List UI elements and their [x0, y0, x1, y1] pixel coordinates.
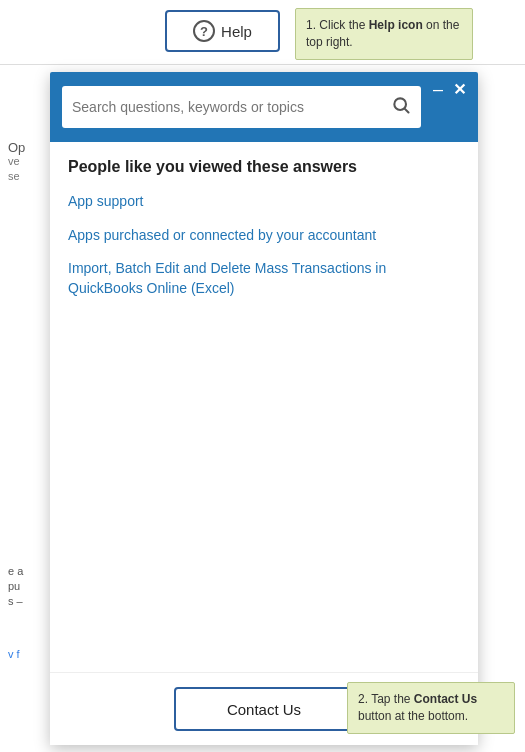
bg-link-vf: v f	[8, 648, 20, 660]
bg-text-s: s –	[8, 595, 23, 607]
svg-line-1	[405, 108, 409, 112]
tooltip-2-text: 2. Tap the Contact Us button at the bott…	[358, 692, 477, 723]
popup-header: – ✕	[50, 72, 478, 142]
tooltip-2: 2. Tap the Contact Us button at the bott…	[347, 682, 515, 734]
bg-text-op: Op	[8, 140, 25, 155]
search-bar[interactable]	[62, 86, 421, 128]
help-button-label: Help	[221, 23, 252, 40]
help-button[interactable]: ? Help	[165, 10, 280, 52]
section-title: People like you viewed these answers	[68, 158, 460, 176]
answer-link-2[interactable]: Import, Batch Edit and Delete Mass Trans…	[68, 259, 460, 298]
bg-text-se: se	[8, 170, 20, 182]
search-input[interactable]	[72, 99, 385, 115]
minimize-button[interactable]: –	[433, 80, 443, 98]
contact-us-button[interactable]: Contact Us	[174, 687, 354, 731]
bg-text-pu: pu	[8, 580, 20, 592]
popup-body: People like you viewed these answers App…	[50, 142, 478, 332]
tooltip-1-text: 1. Click the Help icon on the top right.	[306, 18, 459, 49]
help-popup: – ✕ People like you viewed these answers…	[50, 72, 478, 745]
answer-link-1[interactable]: Apps purchased or connected by your acco…	[68, 226, 460, 246]
search-icon	[391, 95, 411, 120]
close-button[interactable]: ✕	[453, 80, 466, 99]
help-circle-icon: ?	[193, 20, 215, 42]
bg-text-ve: ve	[8, 155, 20, 167]
bg-text-ea: e a	[8, 565, 23, 577]
window-controls: – ✕	[433, 72, 466, 99]
answer-link-0[interactable]: App support	[68, 192, 460, 212]
tooltip-1: 1. Click the Help icon on the top right.	[295, 8, 473, 60]
